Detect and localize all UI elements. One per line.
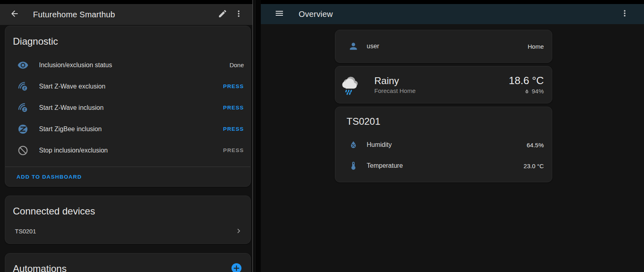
row-inclusion-exclusion-status[interactable]: Inclusion/exclusion status Done: [5, 54, 250, 76]
weather-humidity-row: 94%: [509, 88, 544, 95]
row-label: Inclusion/exclusion status: [39, 62, 229, 69]
ts0201-rows: Humidity 64.5% Temperature 23.0 °C: [335, 134, 552, 176]
device-page-scroll[interactable]: Diagnostic Inclusion/exclusion status Do…: [0, 25, 252, 272]
svg-text:Z: Z: [23, 86, 26, 90]
weather-forecast-card[interactable]: Rainy Forecast Home 18.6 °C 94%: [335, 66, 552, 103]
weather-rainy-icon: [341, 75, 359, 95]
row-start-zwave-inclusion[interactable]: Z Start Z-Wave inclusion PRESS: [5, 97, 250, 118]
press-button[interactable]: PRESS: [223, 83, 244, 89]
row-humidity[interactable]: Humidity 64.5%: [335, 134, 552, 155]
weather-humidity: 94%: [532, 88, 544, 95]
weather-main: Rainy Forecast Home: [374, 75, 509, 95]
add-to-dashboard-button[interactable]: ADD TO DASHBOARD: [17, 174, 82, 180]
entity-state: 23.0 °C: [524, 163, 544, 169]
entity-label: Temperature: [367, 162, 524, 169]
weather-temperature: 18.6 °C: [509, 75, 544, 87]
zwave-icon: Z: [17, 102, 29, 113]
device-page-header: Futurehome Smarthub: [0, 4, 252, 25]
row-temperature[interactable]: Temperature 23.0 °C: [335, 155, 552, 176]
diagnostic-card: Diagnostic Inclusion/exclusion status Do…: [5, 26, 251, 187]
ts0201-entities-card: TS0201 Humidity 64.5% Temperature: [335, 107, 552, 182]
row-start-zigbee-inclusion[interactable]: Start ZigBee inclusion PRESS: [5, 118, 250, 140]
page-title: Futurehome Smarthub: [33, 10, 215, 19]
row-label: Start ZigBee inclusion: [39, 126, 223, 133]
back-button[interactable]: [6, 6, 23, 23]
diagnostic-card-footer: ADD TO DASHBOARD: [5, 167, 250, 186]
chevron-right-icon: [234, 227, 243, 235]
dashboard-panel: Overview user Home: [261, 0, 644, 272]
automations-title: Automations: [5, 253, 250, 272]
status-value: Done: [229, 62, 244, 68]
dots-vertical-icon: [620, 8, 630, 20]
diagnostic-card-title: Diagnostic: [5, 26, 250, 50]
app-window: Futurehome Smarthub Diagnostic: [0, 0, 644, 272]
hamburger-menu-icon: [275, 8, 284, 20]
add-automation-button[interactable]: [231, 263, 242, 272]
panel-divider: [252, 0, 261, 272]
water-percent-icon: [524, 89, 530, 94]
menu-button[interactable]: [271, 6, 287, 22]
entity-state: 64.5%: [526, 142, 544, 148]
svg-text:Z: Z: [23, 107, 26, 111]
row-start-zwave-exclusion[interactable]: Z Start Z-Wave exclusion PRESS: [5, 76, 250, 97]
thermometer-icon: [349, 161, 358, 171]
statusbar-right: [261, 0, 644, 4]
connected-devices-card: Connected devices TS0201: [5, 196, 251, 244]
account-icon: [348, 41, 359, 52]
row-label: Stop inclusion/exclusion: [39, 147, 223, 154]
weather-values: 18.6 °C 94%: [509, 75, 544, 95]
entity-label: Humidity: [367, 141, 526, 148]
device-name: TS0201: [15, 228, 234, 235]
overflow-menu-button-left[interactable]: [231, 6, 247, 23]
zigbee-icon: [17, 124, 29, 135]
dots-vertical-icon: [234, 9, 244, 20]
press-button-disabled: PRESS: [223, 147, 244, 153]
automations-card: Automations: [5, 253, 251, 272]
zwave-icon: Z: [17, 81, 29, 92]
dashboard-header: Overview: [261, 4, 644, 24]
press-button[interactable]: PRESS: [223, 126, 244, 132]
pencil-icon: [218, 9, 227, 20]
entity-label: user: [367, 43, 528, 50]
plus-circle-icon: [231, 263, 242, 272]
device-page-panel: Futurehome Smarthub Diagnostic: [0, 0, 252, 272]
row-label: Start Z-Wave exclusion: [39, 83, 223, 90]
eye-icon: [17, 60, 29, 71]
diagnostic-rows: Inclusion/exclusion status Done: [5, 54, 250, 161]
dashboard-content: user Home: [261, 24, 644, 185]
row-stop-inclusion-exclusion[interactable]: Stop inclusion/exclusion PRESS: [5, 140, 250, 161]
entity-state: Home: [528, 43, 544, 50]
edit-button[interactable]: [215, 6, 231, 23]
dashboard-title: Overview: [299, 10, 617, 19]
ts0201-card-title: TS0201: [335, 107, 552, 127]
humidity-icon: [349, 140, 358, 150]
overflow-menu-button-right[interactable]: [617, 6, 633, 22]
press-button[interactable]: PRESS: [223, 105, 244, 111]
statusbar-left: [0, 0, 252, 4]
connected-device-row-ts0201[interactable]: TS0201: [5, 223, 250, 239]
user-entity-card[interactable]: user Home: [335, 30, 552, 63]
block-icon: [17, 145, 29, 156]
weather-subtitle: Forecast Home: [374, 87, 509, 94]
connected-devices-title: Connected devices: [5, 196, 250, 220]
arrow-left-icon: [10, 9, 19, 20]
weather-condition: Rainy: [374, 75, 509, 87]
row-label: Start Z-Wave inclusion: [39, 104, 223, 111]
